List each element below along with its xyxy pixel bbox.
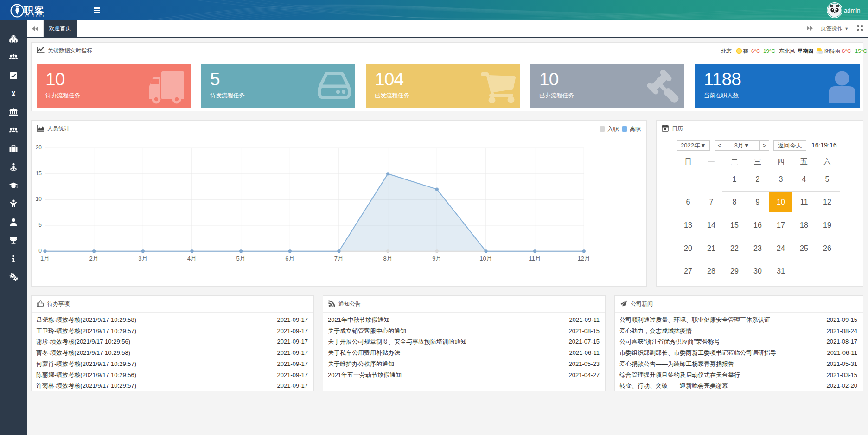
svg-text:¥: ¥: [12, 90, 16, 98]
